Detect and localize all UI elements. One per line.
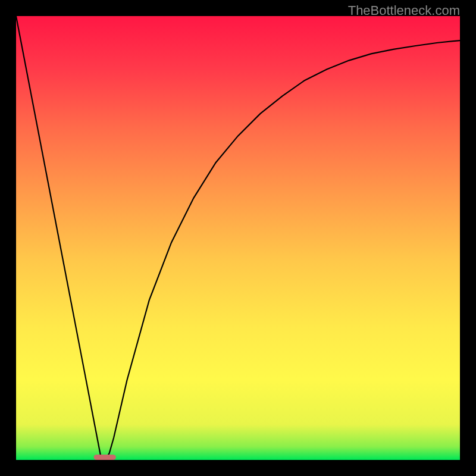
watermark-text: TheBottleneck.com [348,3,460,18]
chart-container [16,16,460,460]
bottleneck-chart [16,16,460,460]
optimal-marker [94,455,116,460]
chart-background [16,16,460,460]
